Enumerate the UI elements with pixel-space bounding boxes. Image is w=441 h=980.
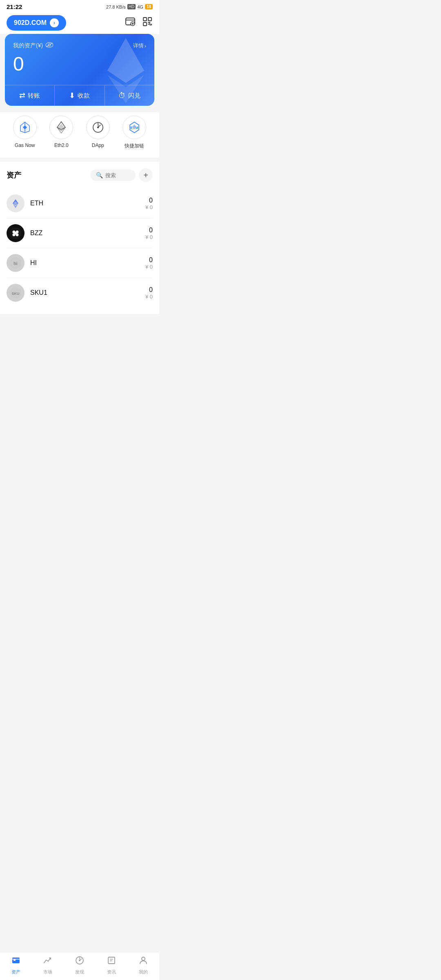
eth-watermark [105, 38, 146, 79]
search-icon: 🔍 [96, 172, 103, 178]
top-nav: 902D.COM › [0, 12, 159, 34]
assets-section: 资产 🔍 + ETH 0 ¥ 0 [0, 162, 159, 314]
svg-line-20 [98, 123, 98, 126]
scan-button[interactable] [142, 16, 153, 29]
add-chain-circle: EVM [122, 116, 146, 139]
hi-logo: hi [7, 254, 24, 272]
sku1-cny: ¥ 0 [145, 294, 153, 300]
battery-icon: 18 [145, 4, 153, 9]
eth-values: 0 ¥ 0 [145, 197, 153, 210]
bzz-amount: 0 [145, 227, 153, 234]
status-icons: 27.8 KB/s HD 4G 18 [106, 4, 153, 9]
svg-point-34 [14, 232, 17, 235]
sku1-logo: SKU [7, 284, 24, 302]
hi-cny: ¥ 0 [145, 264, 153, 270]
eth-symbol: ETH [30, 200, 145, 207]
add-token-button[interactable]: + [139, 168, 153, 182]
hi-symbol: HI [30, 259, 145, 267]
receive-icon: ⬇ [69, 91, 75, 100]
brand-button[interactable]: 902D.COM › [7, 15, 66, 31]
gas-now-circle [13, 116, 37, 139]
eth-cny: ¥ 0 [145, 204, 153, 210]
asset-label: 我的资产(¥) [13, 42, 53, 49]
eth2-circle [49, 116, 73, 139]
search-input-wrap[interactable]: 🔍 [90, 169, 136, 181]
sku1-amount: 0 [145, 286, 153, 294]
token-item-sku1[interactable]: SKU SKU1 0 ¥ 0 [7, 278, 153, 307]
quick-item-eth2[interactable]: Eth2.0 [49, 116, 73, 149]
quick-item-dapp[interactable]: DApp [86, 116, 110, 149]
quick-item-add-chain[interactable]: EVM 快捷加链 [122, 116, 146, 149]
search-bar: 🔍 + [90, 168, 153, 182]
gas-now-label: Gas Now [15, 143, 35, 148]
sku1-symbol: SKU1 [30, 289, 145, 296]
dapp-label: DApp [92, 143, 104, 148]
svg-rect-2 [143, 18, 147, 21]
search-input[interactable] [105, 172, 130, 178]
speed-text: 27.8 KB/s [106, 4, 126, 9]
token-item-bzz[interactable]: BZZ 0 ¥ 0 [7, 218, 153, 248]
network-text: 4G [137, 4, 143, 9]
bzz-values: 0 ¥ 0 [145, 227, 153, 240]
assets-header: 资产 🔍 + [7, 168, 153, 182]
hi-values: 0 ¥ 0 [145, 256, 153, 270]
svg-rect-4 [148, 18, 151, 21]
nav-icons [125, 16, 153, 29]
status-time: 21:22 [7, 3, 22, 10]
brand-arrow-icon: › [50, 18, 59, 27]
transfer-icon: ⇄ [19, 91, 25, 100]
hd-badge: HD [127, 4, 136, 9]
eth-logo [7, 194, 24, 212]
add-wallet-button[interactable] [125, 16, 136, 29]
token-item-eth[interactable]: ETH 0 ¥ 0 [7, 189, 153, 218]
brand-name: 902D.COM [14, 19, 47, 27]
quick-icons: Gas Now Eth2.0 DA [0, 112, 159, 158]
sku1-values: 0 ¥ 0 [145, 286, 153, 300]
status-bar: 21:22 27.8 KB/s HD 4G 18 [0, 0, 159, 12]
receive-button[interactable]: ⬇ 收款 [54, 85, 104, 106]
svg-line-21 [98, 125, 100, 127]
bzz-cny: ¥ 0 [145, 234, 153, 240]
svg-marker-8 [107, 38, 144, 83]
svg-rect-3 [143, 22, 147, 26]
svg-text:SKU: SKU [11, 292, 19, 296]
dapp-circle [86, 116, 110, 139]
bzz-symbol: BZZ [30, 229, 145, 237]
assets-title: 资产 [7, 170, 21, 180]
add-chain-label: 快捷加链 [125, 143, 144, 149]
svg-text:hi: hi [13, 261, 18, 266]
eth-amount: 0 [145, 197, 153, 204]
quick-item-gas-now[interactable]: Gas Now [13, 116, 37, 149]
eth2-label: Eth2.0 [54, 143, 69, 148]
eye-icon[interactable] [45, 42, 53, 49]
asset-card: 我的资产(¥) 详情 › 0 [5, 34, 154, 106]
transfer-button[interactable]: ⇄ 转账 [5, 85, 54, 106]
bzz-logo [7, 224, 24, 242]
hi-amount: 0 [145, 256, 153, 264]
token-item-hi[interactable]: hi HI 0 ¥ 0 [7, 248, 153, 278]
